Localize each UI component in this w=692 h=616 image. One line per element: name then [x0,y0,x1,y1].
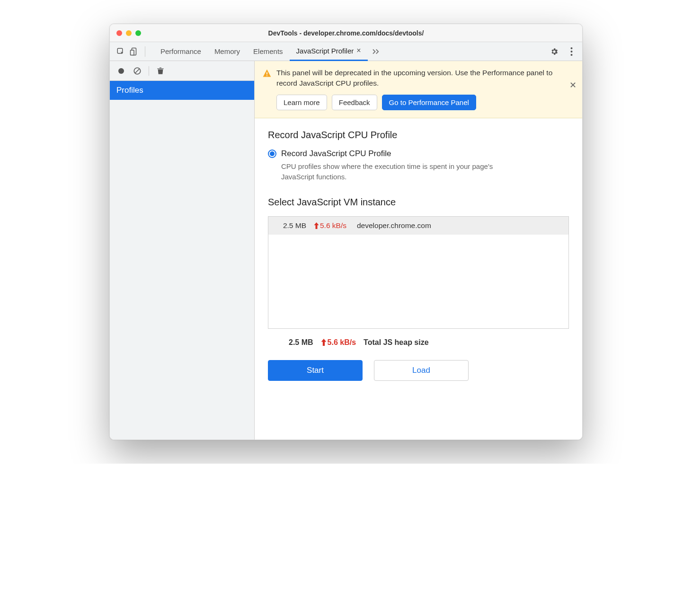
device-toggle-icon[interactable] [129,46,139,57]
main-toolbar: Performance Memory Elements JavaScript P… [110,42,582,61]
sidebar-item-profiles[interactable]: Profiles [110,81,254,100]
profile-type-radio[interactable]: Record JavaScript CPU Profile [268,149,569,158]
close-tab-icon[interactable]: × [356,46,361,55]
heap-summary: 2.5 MB 5.6 kB/s Total JS heap size [268,329,569,347]
vm-host: developer.chrome.com [357,221,431,230]
start-button[interactable]: Start [268,360,363,381]
vm-heading: Select JavaScript VM instance [268,197,569,208]
banner-text: This panel will be deprecated in the upc… [276,68,561,89]
summary-rate-value: 5.6 kB/s [328,338,356,347]
radio-label: Record JavaScript CPU Profile [281,149,391,158]
tab-performance[interactable]: Performance [154,42,208,61]
content-area: Record JavaScript CPU Profile Record Jav… [255,118,582,440]
vm-section: Select JavaScript VM instance 2.5 MB 5.6… [268,197,569,381]
vm-rate-value: 5.6 kB/s [320,221,346,230]
sidebar-item-label: Profiles [116,86,143,95]
svg-point-3 [570,47,572,49]
sidebar: Profiles [110,61,255,440]
minimize-window-button[interactable] [126,30,132,36]
window-controls [116,30,141,36]
banner-buttons: Learn more Feedback Go to Performance Pa… [276,95,561,110]
svg-rect-2 [131,50,134,55]
learn-more-button[interactable]: Learn more [276,95,327,110]
toolbar-right [549,46,577,57]
sidebar-toolbar [110,61,254,81]
tab-javascript-profiler[interactable]: JavaScript Profiler × [290,42,368,61]
separator [145,46,145,57]
clear-icon[interactable] [133,66,142,76]
more-options-icon[interactable] [566,46,577,57]
action-buttons: Start Load [268,360,569,381]
feedback-button[interactable]: Feedback [332,95,377,110]
svg-point-6 [118,68,124,74]
summary-size: 2.5 MB [289,338,313,347]
radio-icon [268,150,276,158]
arrow-up-icon [314,222,319,229]
vm-rate: 5.6 kB/s [314,221,346,230]
vm-size: 2.5 MB [276,221,306,230]
panel-body: Profiles This panel will be deprecated i… [110,61,582,440]
svg-rect-8 [266,72,267,75]
record-icon[interactable] [116,66,126,76]
tab-label: Elements [253,47,283,55]
tab-elements[interactable]: Elements [247,42,290,61]
svg-point-4 [570,51,572,53]
tab-label: Memory [214,47,240,55]
banner-close-icon[interactable]: ✕ [569,80,577,90]
separator [149,66,149,76]
arrow-up-icon [321,339,327,346]
vm-instance-list: 2.5 MB 5.6 kB/s developer.chrome.com [268,216,569,329]
radio-description: CPU profiles show where the execution ti… [281,161,527,183]
svg-point-5 [570,54,572,56]
maximize-window-button[interactable] [135,30,141,36]
load-button[interactable]: Load [374,360,469,381]
deprecation-banner: This panel will be deprecated in the upc… [255,61,582,118]
titlebar: DevTools - developer.chrome.com/docs/dev… [110,24,582,42]
svg-rect-9 [266,75,267,76]
tab-memory[interactable]: Memory [208,42,247,61]
window-title: DevTools - developer.chrome.com/docs/dev… [110,29,582,37]
record-heading: Record JavaScript CPU Profile [268,130,569,141]
summary-label: Total JS heap size [364,338,429,347]
goto-performance-button[interactable]: Go to Performance Panel [382,95,476,110]
tab-label: JavaScript Profiler [296,47,354,55]
tab-label: Performance [160,47,201,55]
delete-icon[interactable] [156,66,165,76]
inspect-element-icon[interactable] [115,46,126,57]
devtools-window: DevTools - developer.chrome.com/docs/dev… [109,24,583,440]
more-tabs-icon[interactable] [368,42,384,61]
panel-tabs: Performance Memory Elements JavaScript P… [154,42,384,61]
main-panel: This panel will be deprecated in the upc… [255,61,582,440]
close-window-button[interactable] [116,30,122,36]
vm-instance-row[interactable]: 2.5 MB 5.6 kB/s developer.chrome.com [268,217,568,235]
summary-rate: 5.6 kB/s [321,338,356,347]
settings-icon[interactable] [549,46,559,57]
warning-icon [262,69,272,78]
